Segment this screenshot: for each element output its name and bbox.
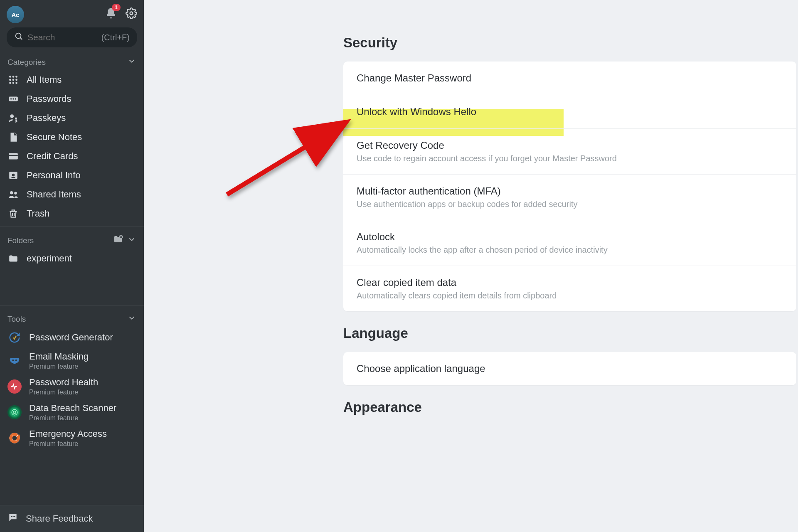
folders-label: Folders — [7, 236, 34, 245]
sidebar-item-label: All Items — [27, 74, 62, 85]
sidebar-item-passkeys[interactable]: Passkeys — [0, 108, 144, 128]
row-title: Clear copied item data — [357, 277, 783, 288]
setting-row-mfa[interactable]: Multi-factor authentication (MFA) Use au… — [343, 175, 796, 220]
tool-label: Emergency Access — [29, 429, 107, 439]
svg-point-26 — [12, 409, 17, 415]
svg-point-22 — [14, 192, 17, 195]
categories-list: All Items Passwords Passkeys Secure Note… — [0, 70, 144, 223]
row-title: Change Master Password — [357, 72, 783, 84]
premium-tag: Premium feature — [29, 363, 89, 370]
security-card: Change Master Password Unlock with Windo… — [343, 62, 796, 311]
svg-point-0 — [130, 12, 133, 15]
tool-password-generator[interactable]: Password Generator — [0, 327, 144, 348]
arrow-annotation — [223, 120, 352, 203]
folders-list: experiment — [0, 249, 144, 268]
notification-badge: 1 — [112, 4, 121, 11]
tool-password-health[interactable]: Password Health Premium feature — [0, 374, 144, 399]
svg-point-31 — [12, 516, 14, 517]
note-icon — [7, 132, 19, 143]
svg-point-1 — [16, 33, 21, 39]
setting-row-change-master-password[interactable]: Change Master Password — [343, 62, 796, 95]
svg-point-2 — [9, 76, 11, 78]
avatar[interactable]: Ac — [7, 6, 24, 23]
svg-rect-18 — [9, 155, 18, 156]
svg-point-9 — [12, 82, 15, 84]
tool-email-masking[interactable]: Email Masking Premium feature — [0, 348, 144, 374]
settings-button[interactable] — [126, 7, 137, 22]
search-field[interactable] — [27, 32, 97, 42]
premium-tag: Premium feature — [29, 414, 116, 422]
setting-row-recovery-code[interactable]: Get Recovery Code Use code to regain acc… — [343, 129, 796, 175]
users-icon — [7, 189, 19, 200]
sidebar-item-secure-notes[interactable]: Secure Notes — [0, 128, 144, 147]
row-subtitle: Automatically clears copied item details… — [357, 291, 783, 300]
svg-point-21 — [10, 191, 13, 195]
mask-icon — [7, 354, 22, 368]
svg-point-30 — [11, 516, 12, 517]
svg-point-15 — [10, 114, 14, 118]
sidebar-item-personal-info[interactable]: Personal Info — [0, 166, 144, 185]
tool-label: Password Health — [29, 377, 98, 388]
row-title: Get Recovery Code — [357, 140, 783, 151]
folders-header[interactable]: Folders — [0, 230, 144, 249]
row-subtitle: Use code to regain account access if you… — [357, 154, 783, 163]
credit-card-icon — [7, 151, 19, 162]
notifications-button[interactable]: 1 — [105, 7, 117, 22]
svg-point-8 — [9, 82, 11, 84]
svg-point-3 — [12, 76, 15, 78]
tool-emergency-access[interactable]: Emergency Access Premium feature — [0, 425, 144, 451]
sidebar-item-passwords[interactable]: Passwords — [0, 89, 144, 108]
row-title: Choose application language — [357, 363, 783, 374]
sidebar-header: Ac 1 — [0, 0, 144, 27]
svg-point-32 — [14, 516, 15, 517]
row-title: Unlock with Windows Hello — [357, 106, 783, 118]
section-title-security: Security — [343, 35, 796, 51]
sidebar-item-label: Credit Cards — [27, 151, 78, 162]
sidebar-item-credit-cards[interactable]: Credit Cards — [0, 147, 144, 166]
folder-item[interactable]: experiment — [0, 249, 144, 268]
password-icon — [7, 94, 19, 104]
setting-row-choose-language[interactable]: Choose application language — [343, 352, 796, 385]
feedback-icon — [7, 512, 18, 525]
sidebar-item-shared-items[interactable]: Shared Items — [0, 185, 144, 204]
setting-row-autolock[interactable]: Autolock Automatically locks the app aft… — [343, 220, 796, 266]
grid-icon — [7, 74, 19, 85]
svg-point-16 — [15, 118, 17, 120]
svg-point-27 — [13, 411, 16, 414]
tools-header[interactable]: Tools — [0, 309, 144, 327]
categories-header[interactable]: Categories — [0, 52, 144, 70]
svg-point-4 — [15, 76, 17, 78]
lifebuoy-icon — [7, 431, 22, 445]
search-input[interactable]: (Ctrl+F) — [7, 27, 137, 47]
sidebar-item-trash[interactable]: Trash — [0, 204, 144, 223]
tool-label: Data Breach Scanner — [29, 403, 116, 414]
add-folder-icon[interactable] — [113, 234, 127, 246]
row-title: Multi-factor authentication (MFA) — [357, 185, 783, 197]
svg-point-25 — [15, 360, 17, 361]
tool-data-breach-scanner[interactable]: Data Breach Scanner Premium feature — [0, 399, 144, 425]
chevron-down-icon — [127, 57, 136, 68]
settings-main: Security Change Master Password Unlock w… — [144, 0, 798, 532]
svg-point-7 — [15, 79, 17, 81]
tool-label: Email Masking — [29, 351, 89, 362]
sidebar-item-label: Passkeys — [27, 113, 66, 123]
trash-icon — [7, 208, 19, 219]
section-title-appearance: Appearance — [343, 399, 796, 415]
tools-label: Tools — [7, 315, 26, 324]
passkey-icon — [7, 113, 19, 123]
sidebar-item-all-items[interactable]: All Items — [0, 70, 144, 89]
folder-icon — [7, 253, 19, 264]
folder-label: experiment — [27, 253, 72, 264]
sidebar-item-label: Personal Info — [27, 170, 81, 181]
setting-row-clear-clipboard[interactable]: Clear copied item data Automatically cle… — [343, 266, 796, 311]
share-feedback-button[interactable]: Share Feedback — [0, 505, 144, 532]
language-card: Choose application language — [343, 352, 796, 385]
sidebar: Ac 1 (Ctrl+F) Categories All — [0, 0, 144, 532]
setting-row-unlock-windows-hello[interactable]: Unlock with Windows Hello — [343, 95, 796, 129]
section-title-language: Language — [343, 325, 796, 341]
tool-label: Password Generator — [29, 332, 113, 343]
svg-point-24 — [12, 360, 14, 361]
sidebar-item-label: Shared Items — [27, 189, 81, 200]
categories-label: Categories — [7, 58, 46, 67]
footer-label: Share Feedback — [26, 513, 93, 524]
